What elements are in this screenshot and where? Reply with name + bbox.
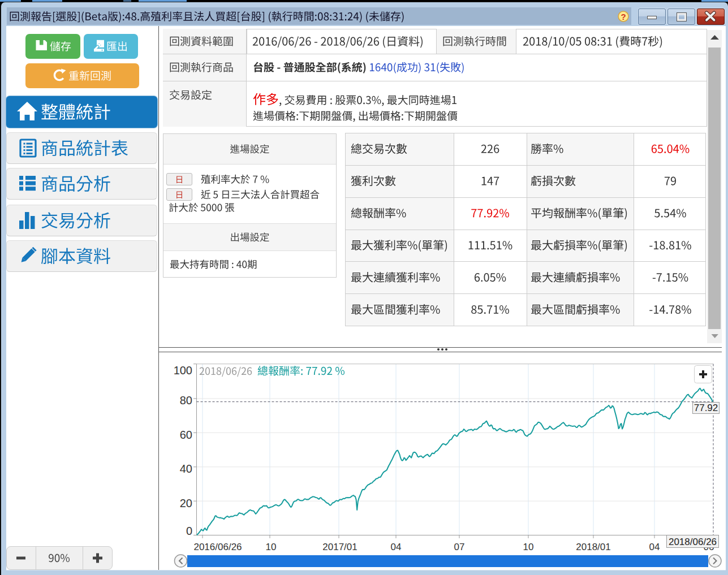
svg-text:20: 20 <box>180 497 192 509</box>
svg-text:2018/01: 2018/01 <box>576 542 610 552</box>
svg-text:2018/06/26: 2018/06/26 <box>669 537 717 547</box>
svg-text:10: 10 <box>523 542 534 552</box>
svg-text:60: 60 <box>180 429 192 441</box>
svg-text:77.92: 77.92 <box>694 403 718 413</box>
svg-text:10: 10 <box>266 542 277 552</box>
svg-text:0: 0 <box>186 525 192 537</box>
svg-text:2017/01: 2017/01 <box>322 542 357 552</box>
svg-text:100: 100 <box>174 364 192 377</box>
svg-text:07: 07 <box>454 542 465 552</box>
svg-text:04: 04 <box>391 542 402 552</box>
svg-text:40: 40 <box>180 462 192 475</box>
svg-text:80: 80 <box>180 394 192 407</box>
svg-text:2016/06/26: 2016/06/26 <box>193 542 242 552</box>
svg-text:?: ? <box>621 12 626 21</box>
svg-text:04: 04 <box>649 542 660 552</box>
